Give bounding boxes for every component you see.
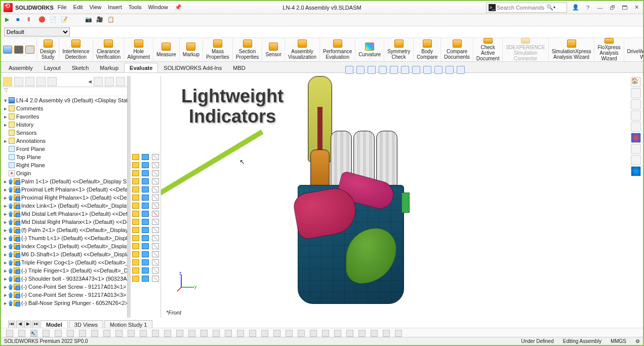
display-pane-row[interactable] xyxy=(131,275,160,283)
transparency-icon[interactable] xyxy=(152,267,159,274)
appearance-icon[interactable] xyxy=(142,170,149,176)
stop-icon[interactable]: ■ xyxy=(16,16,24,24)
bt-icon[interactable] xyxy=(371,330,378,337)
tree-part-item[interactable]: ▸Triple Finger Cog<1> (Default) <<Defaul… xyxy=(1,258,127,266)
display-state-icon[interactable] xyxy=(132,235,139,241)
bt-icon[interactable] xyxy=(395,330,402,337)
screen-capture-icon[interactable]: 📷 xyxy=(85,16,93,24)
ribbon-driveworksxpress[interactable]: DriveWorksXpress Wizard xyxy=(624,38,645,61)
menu-window[interactable]: Window xyxy=(148,4,168,10)
display-state-icon[interactable] xyxy=(132,203,139,209)
transparency-icon[interactable] xyxy=(152,219,159,225)
ribbon-symmetry-check[interactable]: Symmetry Check xyxy=(384,38,414,61)
record-video-icon[interactable]: 🎥 xyxy=(96,16,104,24)
close-icon[interactable]: ✕ xyxy=(633,4,640,11)
display-state-icon[interactable] xyxy=(132,227,139,233)
taskpane-home-icon[interactable]: 🏠 xyxy=(631,77,641,87)
appearance-icon[interactable] xyxy=(142,178,149,184)
taskpane-custom-props-icon[interactable] xyxy=(631,144,641,154)
bt-icon[interactable] xyxy=(152,330,159,337)
taskpane-file-explorer-icon[interactable] xyxy=(631,110,641,121)
maximize-icon[interactable]: 🗖 xyxy=(621,5,628,11)
previous-view-icon[interactable] xyxy=(368,66,376,74)
bt-icon[interactable] xyxy=(55,330,62,337)
bt-icon[interactable] xyxy=(249,330,256,337)
tree-part-item[interactable]: ▸(f) Palm 2<1> (Default) <<Default>_Disp… xyxy=(1,226,127,234)
menu-insert[interactable]: Insert xyxy=(108,4,122,10)
bt-icon[interactable] xyxy=(79,330,86,337)
apply-scene-icon[interactable] xyxy=(446,66,454,74)
search-input[interactable] xyxy=(496,4,546,11)
tree-part-item[interactable]: ▸Proximal Left Phalanx<1> (Default) <<De… xyxy=(1,185,127,194)
display-pane-row[interactable] xyxy=(131,177,160,185)
ribbon-floxpress[interactable]: FloXpress Analysis Wizard xyxy=(594,38,624,61)
home-icon[interactable] xyxy=(3,46,12,54)
bt-select-icon[interactable]: ↖ xyxy=(30,330,37,337)
search-icon[interactable]: 🔍 xyxy=(546,4,553,11)
view-triad-icon[interactable]: z y xyxy=(176,272,196,292)
appearance-icon[interactable] xyxy=(142,276,149,282)
bt-icon[interactable] xyxy=(188,330,195,337)
tree-part-item[interactable]: ▸(-) Triple Finger<1> (Default) <<Defaul… xyxy=(1,266,127,275)
appearance-icon[interactable] xyxy=(142,162,149,168)
tab-assembly[interactable]: Assembly xyxy=(3,63,38,72)
transparency-icon[interactable] xyxy=(152,227,159,233)
tab-mbd[interactable]: MBD xyxy=(227,63,251,72)
bt-icon[interactable] xyxy=(310,330,317,337)
bt-icon[interactable] xyxy=(358,330,366,337)
appearance-icon[interactable] xyxy=(142,227,149,233)
tree-filter[interactable]: ▽ xyxy=(1,87,127,96)
property-manager-tab-icon[interactable] xyxy=(14,77,23,86)
menu-edit[interactable]: Edit xyxy=(73,4,83,10)
transparency-icon[interactable] xyxy=(152,162,159,168)
display-pane-row[interactable] xyxy=(131,218,160,226)
tree-root[interactable]: ▾LN-4 2.0 Assembly v9 (Default) <Display… xyxy=(1,96,127,104)
bt-icon[interactable] xyxy=(128,330,135,337)
ribbon-assembly-visualization[interactable]: Assembly Visualization xyxy=(285,38,320,61)
ribbon-section-properties[interactable]: Section Properties xyxy=(233,38,263,61)
tree-part-item[interactable]: ▸Palm 1<1> (Default) <<Default>_Display … xyxy=(1,177,127,185)
zoom-to-area-icon[interactable] xyxy=(356,66,365,74)
appearance-icon[interactable] xyxy=(142,211,149,217)
ribbon-clearance-verification[interactable]: Clearance Verification xyxy=(93,38,125,61)
display-pane-row[interactable] xyxy=(131,210,160,218)
bt-icon[interactable] xyxy=(140,330,147,337)
appearance-icon[interactable] xyxy=(142,251,149,257)
bt-icon[interactable] xyxy=(213,330,220,337)
bt-icon[interactable] xyxy=(115,330,123,337)
tab-layout[interactable]: Layout xyxy=(38,63,66,72)
display-state-icon[interactable] xyxy=(132,186,139,193)
taskpane-3dexperience-icon[interactable] xyxy=(631,166,641,176)
display-pane-row[interactable] xyxy=(131,258,160,266)
ribbon-compare-documents[interactable]: Compare Documents xyxy=(441,38,473,61)
bt-icon[interactable] xyxy=(200,330,208,337)
tree-item[interactable]: Front Plane xyxy=(1,145,127,153)
display-pane-row[interactable] xyxy=(131,202,160,210)
display-state-icon[interactable] xyxy=(132,267,139,274)
display-pane-row[interactable] xyxy=(131,194,160,202)
tree-part-item[interactable]: ▸(-) Shoulder bolt - 90323A473<1> (90323… xyxy=(1,275,127,283)
bt-icon[interactable] xyxy=(225,330,232,337)
tree-item[interactable]: ▸Annotations xyxy=(1,137,127,145)
tree-part-item[interactable]: ▸Index Link<1> (Default) <<Default>_Disp… xyxy=(1,202,127,210)
bt-icon[interactable] xyxy=(286,330,293,337)
dynamic-annotation-icon[interactable] xyxy=(390,66,398,74)
ribbon-measure[interactable]: Measure xyxy=(153,38,180,61)
bt-icon[interactable] xyxy=(43,330,50,337)
record-macro-icon[interactable]: 🔴 xyxy=(38,16,47,24)
zoom-to-fit-icon[interactable] xyxy=(345,66,353,74)
search-dropdown-icon[interactable]: ▾ xyxy=(553,5,555,10)
bt-icon[interactable] xyxy=(67,330,74,337)
display-pane-row[interactable] xyxy=(131,185,160,194)
display-pane-row[interactable] xyxy=(131,161,160,169)
configuration-select[interactable]: Default xyxy=(4,27,70,36)
tree-item[interactable]: ▸Comments xyxy=(1,104,127,112)
appearance-icon[interactable] xyxy=(142,235,149,241)
minimize-icon[interactable]: — xyxy=(596,5,603,11)
bt-icon[interactable] xyxy=(91,330,98,337)
bt-icon[interactable] xyxy=(322,330,329,337)
panel-collapse-icon[interactable]: ◀ xyxy=(88,79,92,84)
status-units[interactable]: MMGS xyxy=(611,338,626,344)
new-macro-icon[interactable]: 📄 xyxy=(50,16,58,24)
transparency-icon[interactable] xyxy=(152,186,159,193)
